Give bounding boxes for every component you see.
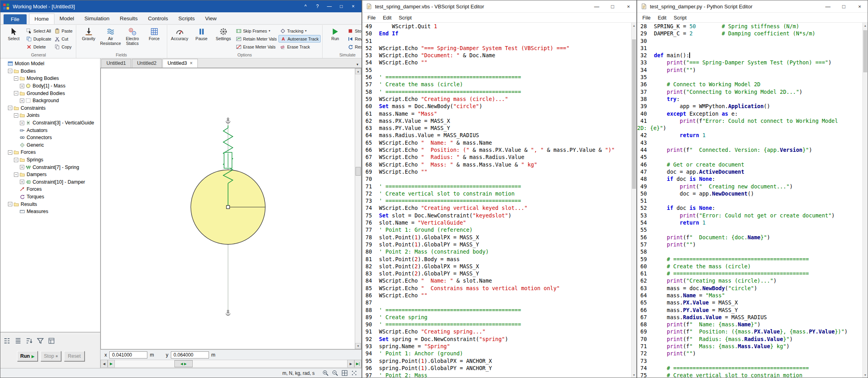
collapse-icon[interactable]: −	[14, 91, 18, 95]
grid-toggle-button[interactable]	[341, 370, 348, 376]
file-tab[interactable]: File	[4, 14, 27, 24]
close-tab-icon[interactable]: ×	[190, 60, 193, 66]
scroll-up-icon[interactable]: ▲	[632, 23, 636, 28]
tree-item[interactable]: +Constraint[3] - VerticalGuide	[0, 119, 100, 127]
collapse-icon[interactable]: −	[8, 150, 12, 155]
close-button[interactable]: ×	[347, 0, 359, 12]
erase-track-button[interactable]: Erase Track	[278, 43, 321, 50]
tree-item[interactable]: Measures	[0, 208, 100, 215]
x-coordinate-field[interactable]: 0.041000	[109, 351, 147, 359]
skip-frames-button[interactable]: Skip Frames▾	[234, 27, 278, 35]
sort-button[interactable]	[25, 337, 33, 345]
scroll-down-icon[interactable]: ▼	[863, 372, 868, 378]
scroll-down-icon[interactable]: ▼	[632, 372, 636, 378]
minimize-button[interactable]: —	[323, 0, 335, 12]
accuracy-button[interactable]: Accuracy	[169, 25, 191, 52]
ribbon-tab-scripts[interactable]: Scripts	[173, 14, 200, 24]
tree-item[interactable]: −Results	[0, 200, 100, 208]
scroll-up-icon[interactable]: ▲	[355, 68, 361, 74]
reset-sim-button[interactable]: Reset	[64, 351, 85, 361]
tree-item[interactable]: Torques	[0, 193, 100, 201]
collapse-icon[interactable]: −	[8, 69, 12, 73]
tree-item[interactable]: −Springs	[0, 156, 100, 164]
collapse-icon[interactable]: −	[8, 202, 12, 206]
expand-icon[interactable]: +	[20, 121, 24, 125]
tree-item[interactable]: +Background	[0, 97, 100, 105]
electro-statics-button[interactable]: Electro Statics	[122, 25, 143, 52]
maximize-button[interactable]: □	[605, 0, 621, 13]
expand-icon[interactable]: +	[20, 99, 24, 103]
menu-edit[interactable]: Edit	[379, 14, 395, 21]
maximize-button[interactable]: □	[836, 0, 852, 13]
force-button[interactable]: Force	[143, 25, 165, 52]
tree-item[interactable]: Forces	[0, 186, 100, 193]
scrollbar-thumb[interactable]	[863, 30, 867, 72]
scrollbar-thumb[interactable]	[632, 39, 636, 189]
run-button[interactable]: Run	[324, 25, 346, 52]
copy-button[interactable]: Copy	[53, 43, 74, 50]
list-view-button[interactable]	[14, 337, 22, 345]
gravity-button[interactable]: Gravity	[78, 25, 100, 52]
tree-item[interactable]: +Constraint[10] - Damper	[0, 178, 100, 186]
paste-button[interactable]: Paste	[53, 27, 74, 35]
step-forward-button[interactable]: ▶	[347, 360, 354, 368]
air-resistance-button[interactable]: Air Resistance	[100, 25, 122, 52]
tracking-button[interactable]: Tracking▾	[278, 27, 321, 35]
frame-slider[interactable]: ◀▶	[174, 360, 193, 367]
ribbon-tab-controls[interactable]: Controls	[143, 14, 173, 24]
expand-icon[interactable]: +	[20, 165, 24, 169]
tree-item[interactable]: −Forces	[0, 149, 100, 156]
select-button[interactable]: Select	[3, 25, 25, 52]
filter-button[interactable]	[36, 337, 44, 345]
goto-end-button[interactable]: ▶|	[354, 360, 362, 368]
tree-item[interactable]: +Constraint[7] - Spring	[0, 163, 100, 171]
select-all-button[interactable]: Select All	[25, 27, 53, 35]
erase-meter-vals-button[interactable]: Erase Meter Vals	[234, 43, 278, 50]
y-coordinate-field[interactable]: 0.064000	[171, 351, 209, 359]
settings-button[interactable]: Settings	[213, 25, 234, 52]
help-icon[interactable]: ?	[311, 0, 323, 12]
scroll-up-icon[interactable]: ▲	[863, 23, 868, 28]
doc-tab-untitled2[interactable]: Untitled2	[132, 59, 162, 68]
tree-item[interactable]: −Constraints	[0, 105, 100, 112]
menu-file[interactable]: File	[639, 14, 654, 21]
delete-button[interactable]: Delete	[25, 43, 53, 50]
tree-item[interactable]: −Grounded Bodies	[0, 89, 100, 97]
minimize-button[interactable]: —	[820, 0, 836, 13]
reset-button[interactable]: Reset	[346, 43, 362, 50]
collapse-icon[interactable]: −	[14, 158, 18, 162]
tree-item[interactable]: −Joints	[0, 112, 100, 119]
outline-view-button[interactable]	[3, 337, 11, 345]
scroll-down-icon[interactable]: ▼	[355, 343, 361, 349]
simulation-canvas[interactable]	[101, 68, 355, 349]
canvas-vertical-scrollbar[interactable]: ▲ ▼	[355, 68, 361, 349]
collapse-icon[interactable]: −	[14, 76, 18, 81]
maximize-button[interactable]: □	[335, 0, 347, 12]
properties-button[interactable]	[47, 337, 56, 345]
autoerase-track-button[interactable]: AAutoerase Track	[278, 35, 321, 43]
cut-button[interactable]: Cut	[53, 35, 74, 43]
menu-script[interactable]: Script	[395, 14, 416, 21]
expand-icon[interactable]: +	[20, 84, 24, 88]
snap-toggle-button[interactable]	[351, 370, 358, 376]
scrollbar-thumb[interactable]	[356, 167, 361, 176]
vbs-scrollbar[interactable]: ▲ ▼	[631, 23, 636, 378]
play-button[interactable]: ▶	[108, 360, 115, 368]
retain-meter-vals-button[interactable]: Retain Meter Vals	[234, 35, 278, 43]
model-tree[interactable]: Motion Model−Bodies−Moving Bodies+Body[1…	[0, 58, 100, 215]
tab-list-dropdown-icon[interactable]: ▾	[353, 62, 362, 68]
zoom-in-button[interactable]	[322, 370, 329, 376]
frame-track[interactable]: ◀▶	[115, 360, 347, 368]
tree-item[interactable]: Motion Model	[0, 60, 100, 68]
tree-item[interactable]: −Moving Bodies	[0, 75, 100, 82]
vbs-code-area[interactable]: 49 WScript.Quit 150End If5152WScript.Ech…	[362, 23, 631, 378]
duplicate-button[interactable]: Duplicate	[25, 35, 53, 43]
py-scrollbar[interactable]: ▲ ▼	[862, 23, 868, 378]
run-sim-button[interactable]: Run▶	[17, 351, 38, 361]
close-button[interactable]: ×	[852, 0, 868, 13]
tree-item[interactable]: Generic	[0, 142, 100, 149]
zoom-out-button[interactable]	[332, 370, 338, 376]
doc-tab-untitled3[interactable]: Untitled3×	[162, 59, 198, 68]
menu-script[interactable]: Script	[670, 14, 690, 21]
tree-item[interactable]: Actuators	[0, 126, 100, 134]
